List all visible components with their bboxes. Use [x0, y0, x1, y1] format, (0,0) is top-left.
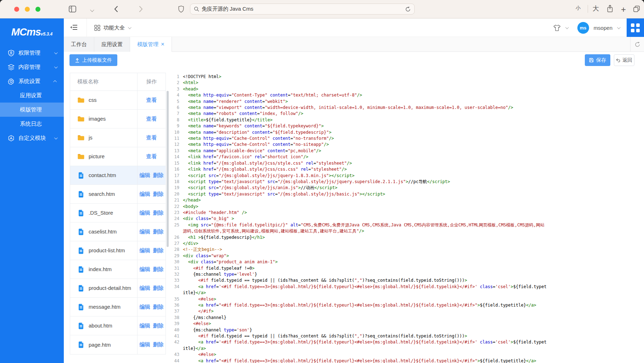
- file-name-cell[interactable]: message.htm: [70, 298, 138, 316]
- table-row: index.htm编辑删除: [70, 260, 166, 279]
- actions-cell: 查看: [138, 147, 166, 166]
- line-number: 19: [170, 185, 179, 191]
- back-button[interactable]: 返回: [614, 54, 634, 66]
- file-name: contact.htm: [89, 171, 116, 179]
- sidebar-item-custom-module[interactable]: 自定义模块: [0, 131, 64, 145]
- action-link[interactable]: 查看: [146, 97, 157, 104]
- file-name: product-detail.htm: [89, 284, 131, 292]
- file-name-cell[interactable]: .DS_Store: [70, 204, 138, 222]
- file-icon: [77, 191, 85, 198]
- action-link[interactable]: 编辑: [140, 304, 150, 310]
- line-number: 23: [170, 210, 179, 216]
- file-name-cell[interactable]: caselist.htm: [70, 222, 138, 241]
- refresh-tab-button[interactable]: [630, 37, 644, 52]
- action-link[interactable]: 查看: [146, 116, 157, 122]
- action-link[interactable]: 编辑: [140, 229, 150, 235]
- column-header-name: 模板名称: [70, 73, 138, 90]
- code-line: 39 <#else>: [170, 321, 548, 327]
- action-link[interactable]: 删除: [153, 323, 164, 329]
- address-bar[interactable]: 免疫开源的 Java Cms: [190, 4, 415, 15]
- code-text: </div>: [183, 241, 548, 247]
- action-link[interactable]: 删除: [153, 191, 164, 198]
- code-text: <#if field.typeid == typeid || (ids?has_…: [183, 333, 548, 339]
- line-number: 27: [170, 241, 179, 247]
- username[interactable]: msopen: [594, 25, 612, 31]
- avatar[interactable]: ms: [577, 22, 589, 34]
- file-name-cell[interactable]: images: [70, 110, 138, 128]
- action-link[interactable]: 删除: [153, 341, 164, 348]
- maximize-window-button[interactable]: [35, 7, 40, 12]
- code-line: 33 <#if field.typeid == typeid || (ids?h…: [170, 277, 548, 284]
- sidebar-item-label: 权限管理: [18, 49, 54, 57]
- file-name-cell[interactable]: product-detail.htm: [70, 279, 138, 297]
- file-name-cell[interactable]: js: [70, 128, 138, 147]
- collapse-sidebar-icon[interactable]: [70, 24, 78, 31]
- text-size-decrease-button[interactable]: 小: [576, 5, 581, 11]
- new-tab-button[interactable]: +: [621, 5, 626, 15]
- action-link[interactable]: 编辑: [140, 323, 150, 329]
- action-link[interactable]: 编辑: [140, 285, 150, 292]
- action-link[interactable]: 查看: [146, 134, 157, 141]
- code-line: 6 <meta name="viewport" content="width=d…: [170, 105, 548, 111]
- file-name-cell[interactable]: contact.htm: [70, 166, 138, 185]
- line-number: 40: [170, 327, 179, 333]
- code-text: <link href="/{ms:global.style/}css/style…: [183, 160, 548, 166]
- tab-overview-icon[interactable]: [633, 5, 640, 12]
- sidebar-item-content[interactable]: 内容管理: [0, 60, 64, 74]
- tab-template-management[interactable]: 模版管理×: [130, 37, 172, 52]
- sidebar-toggle-icon[interactable]: [69, 6, 76, 12]
- file-name-cell[interactable]: page.htm: [70, 335, 138, 354]
- privacy-shield-icon[interactable]: [178, 5, 184, 13]
- action-link[interactable]: 查看: [146, 153, 157, 160]
- action-link[interactable]: 编辑: [140, 266, 150, 273]
- action-link[interactable]: 编辑: [140, 210, 150, 216]
- file-name-cell[interactable]: about.htm: [70, 317, 138, 335]
- action-link[interactable]: 编辑: [140, 172, 150, 179]
- file-name-cell[interactable]: css: [70, 91, 138, 109]
- sidebar-item-app-settings[interactable]: 应用设置: [0, 88, 64, 103]
- tab-workbench[interactable]: 工作台: [64, 37, 94, 52]
- code-text: <html>: [183, 80, 548, 86]
- file-name-cell[interactable]: picture: [70, 147, 138, 166]
- forward-button[interactable]: [139, 6, 143, 12]
- sidebar-item-permissions[interactable]: 权限管理: [0, 46, 64, 60]
- table-scrollbar[interactable]: [167, 91, 169, 247]
- file-name-cell[interactable]: index.htm: [70, 260, 138, 279]
- code-editor[interactable]: 1<!DOCTYPE html>2<html>3<head>4 <meta ht…: [170, 74, 548, 363]
- sidebar-chevron-icon[interactable]: [90, 8, 94, 12]
- save-button[interactable]: 保存: [585, 54, 610, 66]
- reload-icon[interactable]: [405, 6, 411, 12]
- text-size-increase-button[interactable]: 大: [593, 4, 599, 13]
- code-text: <div class="wrap">: [183, 253, 548, 259]
- action-link[interactable]: 删除: [153, 210, 164, 216]
- file-name-cell[interactable]: product-list.htm: [70, 241, 138, 260]
- action-link[interactable]: 删除: [153, 229, 164, 235]
- close-icon[interactable]: ×: [161, 41, 164, 47]
- sidebar-item-system-settings[interactable]: 系统设置: [0, 74, 64, 88]
- action-link[interactable]: 编辑: [140, 247, 150, 254]
- action-link[interactable]: 删除: [153, 247, 164, 254]
- action-link[interactable]: 删除: [153, 172, 164, 179]
- action-link[interactable]: 删除: [153, 285, 164, 292]
- file-name-cell[interactable]: search.htm: [70, 185, 138, 203]
- function-menu[interactable]: 功能大全: [94, 18, 130, 37]
- back-button[interactable]: [114, 6, 118, 12]
- chevron-down-icon[interactable]: [617, 26, 621, 29]
- upload-template-button[interactable]: 上传模板文件: [69, 54, 117, 66]
- line-number: 16: [170, 166, 179, 172]
- share-icon[interactable]: [607, 5, 613, 13]
- tab-app-settings[interactable]: 应用设置: [94, 37, 130, 52]
- action-link[interactable]: 删除: [153, 304, 164, 310]
- action-link[interactable]: 删除: [153, 266, 164, 273]
- action-link[interactable]: 编辑: [140, 191, 150, 198]
- close-window-button[interactable]: [14, 7, 19, 12]
- divider: [86, 18, 87, 37]
- action-link[interactable]: 编辑: [140, 341, 150, 348]
- sidebar-item-label: 系统设置: [18, 78, 54, 85]
- fullscreen-apps-button[interactable]: [627, 18, 644, 37]
- minimize-window-button[interactable]: [25, 7, 30, 12]
- theme-tshirt-icon[interactable]: [553, 24, 561, 31]
- sidebar-item-system-log[interactable]: 系统日志: [0, 117, 64, 131]
- sidebar-item-template-management[interactable]: 模版管理: [0, 103, 64, 117]
- chevron-down-icon[interactable]: [565, 26, 569, 29]
